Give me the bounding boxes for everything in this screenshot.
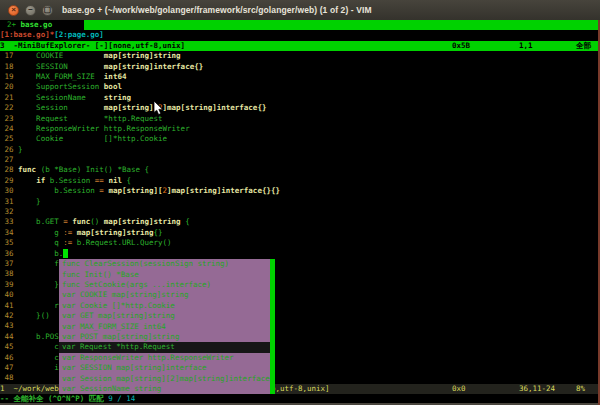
code-token: Session	[18, 103, 104, 112]
code-token: bool	[104, 82, 122, 91]
tabline-fill	[84, 20, 600, 30]
code-token: ]map[string]interface{}	[163, 103, 267, 112]
line-number: 43	[0, 321, 18, 330]
code-line-24[interactable]: 24 ResponseWriter http.ResponseWriter	[0, 124, 600, 134]
code-line-25[interactable]: 25 Cookie []*http.Cookie	[0, 134, 600, 144]
maximize-icon[interactable]: ▢	[42, 5, 53, 16]
popup-scrollbar-thumb[interactable]	[270, 259, 275, 394]
line-number: 31	[0, 197, 18, 206]
code-line-26[interactable]: 26 }	[0, 145, 600, 155]
line-number: 19	[0, 72, 18, 81]
statusline-scroll-pos: 8%	[576, 384, 585, 394]
code-line-21[interactable]: 21 SessionName string	[0, 93, 600, 103]
close-icon[interactable]: ×	[8, 5, 19, 16]
code-line-22[interactable]: 22 Session map[string][2]map[string]inte…	[0, 103, 600, 113]
code-token: c	[18, 353, 59, 362]
code-token: map[string]string	[104, 217, 181, 226]
buffer-tab-base-go[interactable]: [1:base.go]*	[0, 30, 54, 39]
completion-item[interactable]: func Init() *Base	[59, 270, 270, 280]
code-token: {}	[154, 228, 163, 237]
code-line-33[interactable]: 33 b.GET = func() map[string]string {	[0, 217, 600, 227]
code-token: map[string][	[108, 186, 162, 195]
terminal: 2+ base.go [1:base.go]*[2:page.go] 3 -Mi…	[0, 20, 600, 405]
statusline-hex-value: 0x0	[452, 384, 466, 394]
code-token: g	[18, 228, 63, 237]
completion-item[interactable]: var Session map[string][2]map[string]int…	[59, 374, 270, 384]
completion-popup[interactable]: func ClearSession(sessionSign string)fun…	[59, 259, 275, 394]
code-token	[18, 176, 36, 185]
minibuf-hex-value: 0x5B	[452, 41, 470, 51]
code-line-23[interactable]: 23 Request *http.Request	[0, 114, 600, 124]
completion-item[interactable]: var COOKIE map[string]string	[59, 290, 270, 300]
line-number: 29	[0, 176, 18, 185]
code-line-36[interactable]: 36 b.	[0, 249, 600, 259]
code-token: b.Session	[45, 176, 95, 185]
line-number: 45	[0, 342, 18, 351]
code-line-31[interactable]: 31 }	[0, 197, 600, 207]
line-number: 21	[0, 93, 18, 102]
completion-item[interactable]: var ResponseWriter http.ResponseWriter	[59, 353, 270, 363]
line-number: 41	[0, 301, 18, 310]
code-token: SESSION	[18, 62, 104, 71]
titlebar: × − ▢ base.go + (~/work/web/golanger/fra…	[0, 0, 600, 21]
completion-item[interactable]: func SetCookie(args ...interface)	[59, 280, 270, 290]
code-token: Cookie []*http.Cookie	[18, 134, 167, 143]
minibuf-statusline-left: 3 -MiniBufExplorer- [-][none,utf-8,unix]	[0, 41, 185, 50]
code-token: Request *http.Request	[18, 114, 163, 123]
line-number: 22	[0, 103, 18, 112]
code-token: func	[72, 217, 90, 226]
code-token: {	[181, 217, 190, 226]
code-line-20[interactable]: 20 SupportSession bool	[0, 82, 600, 92]
code-token: nil	[108, 176, 122, 185]
code-token: }()	[18, 311, 50, 320]
code-line-32[interactable]: 32	[0, 207, 600, 217]
code-token: ResponseWriter http.ResponseWriter	[18, 124, 190, 133]
code-token: {	[122, 176, 131, 185]
code-line-27[interactable]: 27	[0, 155, 600, 165]
tab-base-go[interactable]: 2+ base.go	[0, 20, 84, 30]
code-line-17[interactable]: 17 COOKIE map[string]string	[0, 51, 600, 61]
code-token: string	[104, 93, 131, 102]
code-token: b.GET	[18, 217, 63, 226]
completion-item[interactable]: var MAX_FORM_SIZE int64	[59, 322, 270, 332]
completion-item[interactable]: func ClearSession(sessionSign string)	[59, 259, 270, 269]
code-line-19[interactable]: 19 MAX_FORM_SIZE int64	[0, 72, 600, 82]
code-line-34[interactable]: 34 g := map[string]string{}	[0, 228, 600, 238]
code-line-30[interactable]: 30 b.Session = map[string][2]map[string]…	[0, 186, 600, 196]
code-line-28[interactable]: 28 func (b *Base) Init() *Base {	[0, 165, 600, 175]
code-token: :=	[63, 238, 72, 247]
line-number: 24	[0, 124, 18, 133]
statusline-cursor-pos: 36,11-24	[519, 384, 555, 394]
tab-filename: base.go	[21, 20, 53, 29]
code-token: ()	[90, 217, 104, 226]
code-token: q	[18, 238, 63, 247]
code-line-29[interactable]: 29 if b.Session == nil {	[0, 176, 600, 186]
line-number: 38	[0, 269, 18, 278]
code-line-35[interactable]: 35 q := b.Request.URL.Query()	[0, 238, 600, 248]
buffer-tab-page-go[interactable]: [2:page.go]	[54, 30, 104, 39]
minimize-icon[interactable]: −	[25, 5, 36, 16]
code-token: int64	[104, 72, 127, 81]
code-token: }	[18, 145, 23, 154]
code-token: SupportSession	[18, 82, 104, 91]
completion-item[interactable]: var SessionName string	[59, 384, 270, 394]
completion-item[interactable]: var Request *http.Request	[59, 342, 270, 352]
completion-item[interactable]: var SESSION map[string]interface	[59, 363, 270, 373]
minibuf-statusline: 3 -MiniBufExplorer- [-][none,utf-8,unix]…	[0, 41, 600, 51]
line-number: 35	[0, 238, 18, 247]
code-token: ]map[string]interface{}{}	[167, 186, 280, 195]
line-number: 44	[0, 332, 18, 341]
line-number: 48	[0, 373, 18, 382]
match-counter: 9 / 14	[108, 394, 135, 403]
completion-item[interactable]: var GET map[string]string	[59, 311, 270, 321]
completion-item[interactable]: var Cookie []*http.Cookie	[59, 301, 270, 311]
line-number: 34	[0, 228, 18, 237]
line-number: 39	[0, 280, 18, 289]
code-line-18[interactable]: 18 SESSION map[string]interface{}	[0, 62, 600, 72]
code-token: if	[36, 176, 45, 185]
code-token: (b *Base) Init() *Base {	[36, 165, 149, 174]
code-token: map[string]string	[77, 228, 154, 237]
line-number: 42	[0, 311, 18, 320]
tabline: 2+ base.go	[0, 20, 600, 30]
completion-item[interactable]: var POST map[string]string	[59, 332, 270, 342]
